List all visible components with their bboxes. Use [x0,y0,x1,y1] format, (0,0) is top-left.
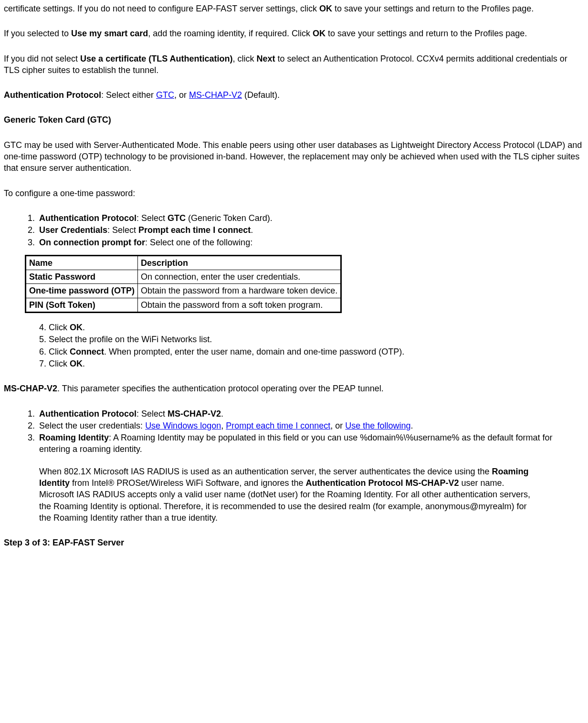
ordered-list-gtc-steps-1-3: Authentication Protocol: Select GTC (Gen… [4,212,584,248]
table-row: PIN (Soft Token) Obtain the password fro… [26,298,341,312]
paragraph-configure-otp: To configure a one-time password: [4,188,584,199]
list-item: Click OK. [37,322,584,333]
paragraph-roaming-identity-detail: When 802.1X Microsoft IAS RADIUS is used… [39,466,540,524]
heading-step-3: Step 3 of 3: EAP-FAST Server [4,537,584,548]
table-cell: One-time password (OTP) [26,284,138,298]
list-item: User Credentials: Select Prompt each tim… [37,224,584,236]
table-cell: PIN (Soft Token) [26,298,138,312]
paragraph-smart-card: If you selected to Use my smart card, ad… [4,28,584,39]
heading-gtc: Generic Token Card (GTC) [4,114,584,126]
table-cell: Obtain the password from a soft token pr… [138,298,341,312]
link-gtc[interactable]: GTC [156,90,174,100]
table-header-description: Description [138,255,341,270]
list-item: Authentication Protocol: Select GTC (Gen… [37,212,584,224]
table-header-name: Name [26,255,138,270]
paragraph-cert-settings: certificate settings. If you do not need… [4,3,584,14]
ordered-list-mschap-steps: Authentication Protocol: Select MS-CHAP-… [4,408,584,524]
table-row: One-time password (OTP) Obtain the passw… [26,284,341,298]
table-row: Name Description [26,255,341,270]
link-use-windows-logon[interactable]: Use Windows logon [145,421,221,430]
table-cell: Static Password [26,270,138,284]
list-item: Click OK. [37,358,584,369]
list-item: Select the profile on the WiFi Networks … [37,334,584,345]
list-item: On connection prompt for: Select one of … [37,237,584,248]
link-use-following[interactable]: Use the following [345,421,410,430]
table-prompt-options: Name Description Static Password On conn… [25,255,342,313]
table-cell: Obtain the password from a hardware toke… [138,284,341,298]
table-cell: On connection, enter the user credential… [138,270,341,284]
list-item: Roaming Identity: A Roaming Identity may… [37,432,584,524]
list-item: Authentication Protocol: Select MS-CHAP-… [37,408,584,419]
table-row: Static Password On connection, enter the… [26,270,341,284]
paragraph-ms-chap-v2: MS-CHAP-V2. This parameter specifies the… [4,383,584,394]
link-ms-chap-v2[interactable]: MS-CHAP-V2 [189,90,242,100]
list-item: Select the user credentials: Use Windows… [37,420,584,431]
link-prompt-each-time[interactable]: Prompt each time I connect [226,421,330,430]
paragraph-gtc-desc: GTC may be used with Server-Authenticate… [4,139,584,174]
paragraph-auth-protocol: Authentication Protocol: Select either G… [4,89,584,101]
ordered-list-gtc-steps-4-7: Click OK. Select the profile on the WiFi… [4,322,584,369]
list-item: Click Connect. When prompted, enter the … [37,346,584,357]
paragraph-tls-auth: If you did not select Use a certificate … [4,53,584,76]
